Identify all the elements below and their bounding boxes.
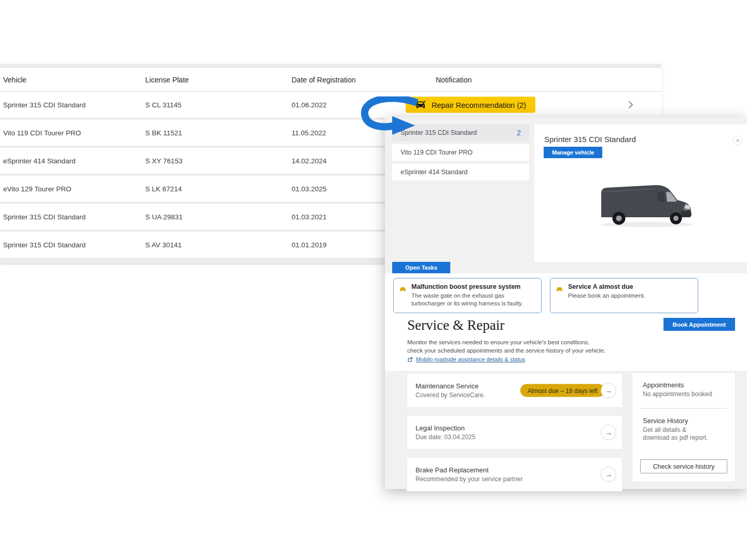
open-tasks-list: Malfunction boost pressure system The wa… <box>393 278 698 313</box>
column-header-date-of-registration: Date of Registration <box>292 76 356 84</box>
vehicle-cell: Sprinter 315 CDI Standard <box>3 101 86 109</box>
registration-date-cell: 01.03.2021 <box>292 213 327 221</box>
service-item-card[interactable]: Maintenance Service Covered by ServiceCa… <box>407 373 622 408</box>
license-plate-cell: S BK 11521 <box>145 129 182 137</box>
car-service-icon <box>556 285 563 294</box>
book-appointment-button[interactable]: Book Appointment <box>663 318 735 331</box>
service-item-title: Legal Inspection <box>416 424 591 432</box>
repair-recommendation-label: Repair Recommendation (2) <box>432 101 526 109</box>
license-plate-cell: S LK 67214 <box>145 185 182 193</box>
registration-date-cell: 01.03.2025 <box>292 185 327 193</box>
vehicle-cell: Vito 119 CDI Tourer PRO <box>3 129 81 137</box>
close-icon[interactable]: × <box>733 136 742 145</box>
service-history-section: Service History Get all details & downlo… <box>632 417 735 442</box>
registration-date-cell: 14.02.2024 <box>292 157 327 165</box>
appointments-history-card: Appointments No appointments booked Serv… <box>632 372 736 482</box>
service-item-card[interactable]: Brake Pad Replacement Recommended by you… <box>407 457 622 492</box>
vehicle-cell: eVito 129 Tourer PRO <box>3 185 72 193</box>
table-header-row: Vehicle License Plate Date of Registrati… <box>0 68 661 92</box>
service-history-title: Service History <box>643 417 725 425</box>
registration-date-cell: 11.05.2022 <box>292 129 326 137</box>
vehicle-cell: eSprinter 414 Standard <box>3 157 76 165</box>
vehicle-list-item[interactable]: eSprinter 414 Standard <box>392 164 529 180</box>
task-description: Please book an appointment. <box>568 292 691 300</box>
table-row[interactable]: Sprinter 315 CDI Standard S CL 31145 01.… <box>0 92 661 118</box>
vehicle-list-label: Vito 119 CDI Tourer PRO <box>400 149 473 156</box>
license-plate-cell: S AV 30141 <box>145 241 182 249</box>
chevron-right-icon[interactable] <box>628 101 634 109</box>
callout-arrow-icon <box>360 96 421 137</box>
service-item-subtitle: Due date: 03.04.2025 <box>416 433 591 441</box>
fleet-app-screen: Vehicle License Plate Date of Registrati… <box>0 0 747 560</box>
column-header-license-plate: License Plate <box>145 76 189 84</box>
registration-date-cell: 01.01.2019 <box>292 241 327 249</box>
arrow-right-icon[interactable]: → <box>601 467 616 482</box>
open-tasks-tab[interactable]: Open Tasks <box>392 262 450 273</box>
arrow-right-icon[interactable]: → <box>601 383 616 398</box>
vehicle-detail-overlay: Sprinter 315 CDI Standard 2 Vito 119 CDI… <box>385 117 747 489</box>
due-status-badge: Almost due – 18 days left <box>520 384 605 397</box>
license-plate-cell: S CL 31145 <box>145 101 182 109</box>
service-item-title: Brake Pad Replacement <box>416 466 591 474</box>
column-header-notification: Notification <box>436 76 472 84</box>
task-card[interactable]: Malfunction boost pressure system The wa… <box>393 278 542 313</box>
check-service-history-button[interactable]: Check service history <box>640 459 727 473</box>
vehicle-list-label: eSprinter 414 Standard <box>400 169 467 176</box>
arrow-right-icon[interactable]: → <box>601 425 616 440</box>
car-service-icon <box>399 285 406 294</box>
service-repair-description: Monitor the services needed to ensure yo… <box>407 338 606 355</box>
task-title: Service A almost due <box>568 283 691 290</box>
service-item-subtitle: Recommended by your service partner <box>416 475 591 483</box>
manage-vehicle-button[interactable]: Manage vehicle <box>544 147 602 158</box>
external-link-icon <box>407 357 413 362</box>
appointments-section: Appointments No appointments booked <box>632 373 735 399</box>
service-repair-title: Service & Repair <box>407 317 504 333</box>
service-items-list: Maintenance Service Covered by ServiceCa… <box>407 373 622 499</box>
license-plate-cell: S XY 76153 <box>145 157 183 165</box>
vehicle-cell: Sprinter 315 CDI Standard <box>3 213 86 221</box>
mobilo-assistance-link[interactable]: Mobilo roadside assistance details & sta… <box>407 356 525 362</box>
license-plate-cell: S UA 29831 <box>145 213 183 221</box>
repair-recommendation-button[interactable]: Repair Recommendation (2) <box>406 97 535 113</box>
task-description: The waste gate on the exhaust gas turboc… <box>411 292 535 308</box>
divider <box>640 408 727 409</box>
task-card[interactable]: Service A almost due Please book an appo… <box>550 278 698 313</box>
column-header-vehicle: Vehicle <box>3 76 26 84</box>
vehicle-detail-card: Sprinter 315 CDI Standard Manage vehicle… <box>534 124 747 262</box>
vehicle-list-item[interactable]: Vito 119 CDI Tourer PRO <box>392 144 529 161</box>
service-item-card[interactable]: Legal Inspection Due date: 03.04.2025 → <box>407 415 622 450</box>
notification-count-badge: 2 <box>517 129 521 137</box>
vehicle-image <box>594 179 706 231</box>
mobilo-assistance-label: Mobilo roadside assistance details & sta… <box>416 356 525 362</box>
task-title: Malfunction boost pressure system <box>411 283 535 290</box>
appointments-title: Appointments <box>643 381 725 389</box>
vehicle-detail-title: Sprinter 315 CDI Standard <box>544 135 636 144</box>
registration-date-cell: 01.06.2022 <box>292 101 327 109</box>
service-history-text: Get all details & download as pdf report… <box>643 426 713 442</box>
vehicle-cell: Sprinter 315 CDI Standard <box>3 241 86 249</box>
appointments-text: No appointments booked <box>643 390 725 399</box>
